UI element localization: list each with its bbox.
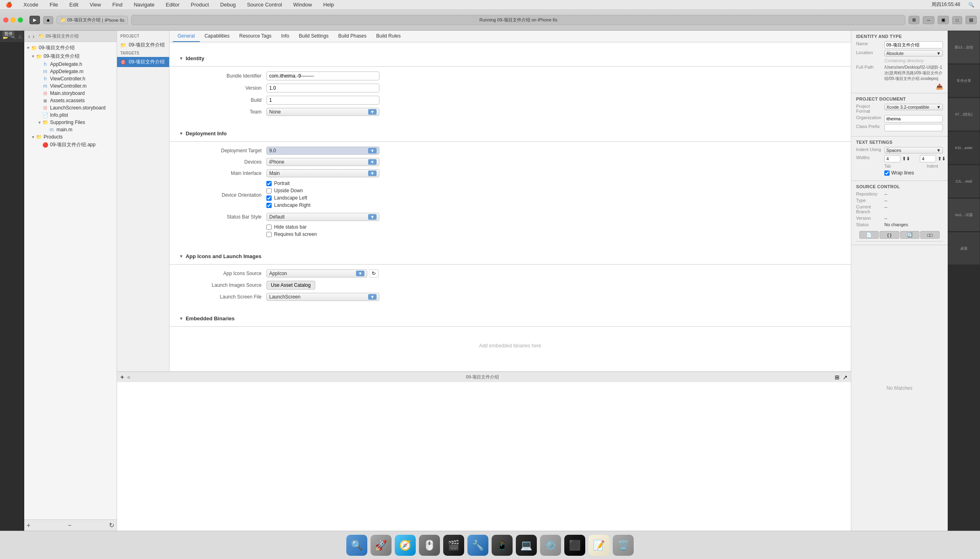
rp-indent-width-input[interactable] — [920, 155, 936, 162]
menu-find[interactable]: Find — [110, 1, 125, 8]
main-interface-select[interactable]: Main ▼ — [266, 169, 379, 177]
thumb-2[interactable]: 车丹分享 — [948, 65, 980, 97]
devices-select[interactable]: iPhone ▼ — [266, 158, 379, 166]
rp-sc-btn-1[interactable]: 📄 — [859, 231, 879, 239]
refresh-button[interactable]: ↻ — [109, 521, 114, 529]
nav-back[interactable]: ‹ — [27, 33, 31, 40]
deploy-target-btn[interactable]: ▼ — [368, 148, 377, 153]
view-toggle-2[interactable]: ↔ — [923, 16, 934, 24]
team-select[interactable]: None ▼ — [266, 108, 379, 116]
deploy-target-select[interactable]: 9.0 ▼ — [266, 147, 379, 155]
reveal-in-finder-btn[interactable]: 📤 — [936, 83, 943, 90]
remove-file-button[interactable]: − — [68, 522, 71, 529]
menu-product[interactable]: Product — [188, 1, 211, 8]
tab-build-settings[interactable]: Build Settings — [294, 31, 333, 42]
menu-debug[interactable]: Debug — [218, 1, 238, 8]
build-input[interactable] — [266, 96, 379, 105]
rp-format-select[interactable]: Xcode 3.2-compatible ▼ — [884, 104, 943, 110]
tab-build-rules[interactable]: Build Rules — [371, 31, 406, 42]
tab-build-phases[interactable]: Build Phases — [333, 31, 371, 42]
thumb-6[interactable]: ios1…试题 — [948, 199, 980, 231]
thumb-3[interactable]: 07…(优化) — [948, 98, 980, 130]
dock-finder[interactable]: 🔍 — [346, 535, 367, 556]
landscape-left-checkbox[interactable] — [266, 195, 272, 201]
maximize-button[interactable] — [18, 17, 23, 23]
menu-view[interactable]: View — [87, 1, 103, 8]
bundle-id-input[interactable] — [266, 71, 379, 80]
dock-notes[interactable]: 📝 — [588, 535, 609, 556]
layout-btn[interactable]: ⊞ — [835, 374, 840, 380]
icons-source-select[interactable]: AppIcon ▼ — [266, 269, 367, 277]
add-target-btn[interactable]: + — [120, 374, 124, 381]
rp-class-prefix-input[interactable] — [884, 124, 943, 131]
apple-menu[interactable]: 🍎 — [3, 1, 15, 8]
project-target-item[interactable]: 📁 09-项目文件介绍 — [117, 40, 169, 50]
app-icons-section-header[interactable]: ▼ App Icons and Launch Images — [179, 253, 841, 259]
dock-mouse[interactable]: 🖱️ — [419, 535, 440, 556]
launch-screen-btn[interactable]: ▼ — [368, 294, 377, 300]
dock-xcode[interactable]: 🔧 — [467, 535, 488, 556]
close-button[interactable] — [3, 17, 8, 23]
tab-resource-tags[interactable]: Resource Tags — [235, 31, 276, 42]
products-group[interactable]: ▼ 📁 Products — [24, 133, 117, 141]
file-assets[interactable]: ◼ Assets.xcassets — [24, 97, 117, 104]
deployment-section-header[interactable]: ▼ Deployment Info — [179, 130, 841, 137]
rp-location-select[interactable]: Absolute ▼ — [884, 50, 943, 57]
view-toggle-4[interactable]: □ — [952, 16, 962, 24]
dock-settings[interactable]: ⚙️ — [540, 535, 561, 556]
dock-launchpad[interactable]: 🚀 — [371, 535, 392, 556]
product-app[interactable]: 🔴 09-项目文件介绍.app — [24, 141, 117, 149]
dock-simulator[interactable]: 📱 — [492, 535, 513, 556]
rp-name-input[interactable] — [884, 41, 943, 48]
status-bar-btn[interactable]: ▼ — [368, 214, 377, 220]
rp-sc-btn-4[interactable]: □□ — [920, 231, 940, 239]
rp-org-input[interactable] — [884, 115, 943, 122]
menu-xcode[interactable]: Xcode — [21, 1, 41, 8]
dock-term2[interactable]: ⬛ — [564, 535, 585, 556]
dock-safari[interactable]: 🧭 — [395, 535, 416, 556]
embedded-section-header[interactable]: ▼ Embedded Binaries — [179, 315, 841, 322]
version-input[interactable] — [266, 84, 379, 92]
tab-info[interactable]: Info — [276, 31, 294, 42]
file-viewcontroller-h[interactable]: h ViewController.h — [24, 75, 117, 82]
refresh-icons-btn[interactable]: ↻ — [369, 269, 379, 277]
expand-btn[interactable]: ↗ — [843, 374, 848, 380]
thumb-5[interactable]: ZJL…etail — [948, 165, 980, 198]
dock-quicktime[interactable]: 🎬 — [443, 535, 464, 556]
hide-status-checkbox[interactable] — [266, 225, 272, 230]
view-toggle-1[interactable]: ⊞ — [909, 16, 919, 24]
file-launch-storyboard[interactable]: ⊞ LaunchScreen.storyboard — [24, 104, 117, 111]
run-button[interactable]: ▶ — [29, 16, 40, 24]
menu-editor[interactable]: Editor — [163, 1, 182, 8]
rp-tab-width-input[interactable] — [884, 155, 900, 162]
group-item[interactable]: ▼ 📁 09-项目文件介绍 — [24, 52, 117, 61]
view-toggle-3[interactable]: ▣ — [938, 16, 949, 24]
identity-section-header[interactable]: ▼ Identity — [179, 55, 841, 61]
supporting-files-group[interactable]: ▼ 📁 Supporting Files — [24, 119, 117, 126]
minimize-button[interactable] — [10, 17, 16, 23]
file-main-storyboard[interactable]: ⊞ Main.storyboard — [24, 90, 117, 97]
dock-trash[interactable]: 🗑️ — [613, 535, 634, 556]
rp-sc-btn-2[interactable]: { } — [879, 231, 899, 239]
main-interface-btn[interactable]: ▼ — [368, 170, 377, 176]
filter-btn[interactable]: ○ — [127, 374, 130, 380]
menu-navigate[interactable]: Navigate — [131, 1, 157, 8]
target-item[interactable]: 🎯 09-项目文件介绍 — [117, 57, 169, 67]
nav-forward[interactable]: › — [32, 33, 36, 40]
dock-terminal[interactable]: 💻 — [516, 535, 537, 556]
thumb-7[interactable]: 桌面 — [948, 232, 980, 265]
search-icon[interactable]: 🔍 — [966, 1, 977, 8]
wrap-lines-checkbox[interactable] — [884, 170, 890, 176]
menu-source-control[interactable]: Source Control — [245, 1, 285, 8]
rp-sc-btn-3[interactable]: 🔄 — [900, 231, 919, 239]
file-appdelegate-m[interactable]: m AppDelegate.m — [24, 68, 117, 75]
project-root[interactable]: ▼ 📁 09-项目文件介绍 — [24, 44, 117, 52]
stop-button[interactable]: ■ — [43, 16, 53, 24]
status-bar-select[interactable]: Default ▼ — [266, 213, 379, 221]
menu-help[interactable]: Help — [321, 1, 337, 8]
thumb-4[interactable]: KSI…aster — [948, 132, 980, 164]
thumb-1[interactable]: 第13…业组 — [948, 31, 980, 63]
file-viewcontroller-m[interactable]: m ViewController.m — [24, 82, 117, 90]
requires-full-checkbox[interactable] — [266, 232, 272, 237]
menu-window[interactable]: Window — [291, 1, 314, 8]
